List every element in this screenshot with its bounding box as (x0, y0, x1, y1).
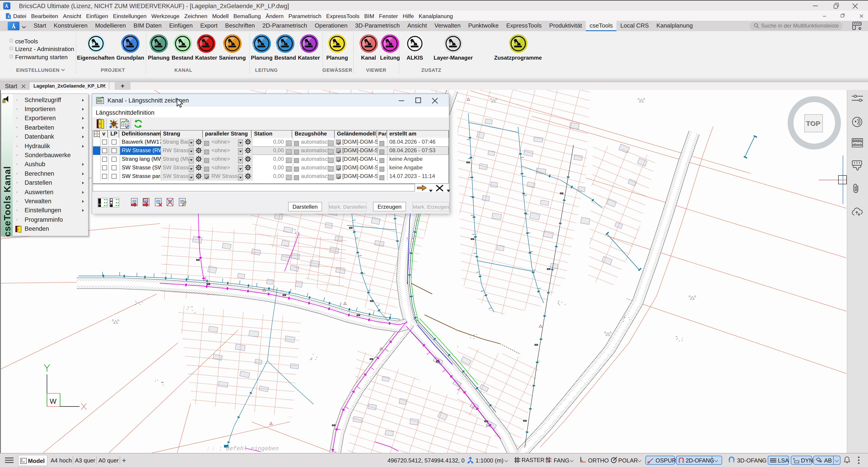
svg-text:W: W (50, 397, 57, 405)
